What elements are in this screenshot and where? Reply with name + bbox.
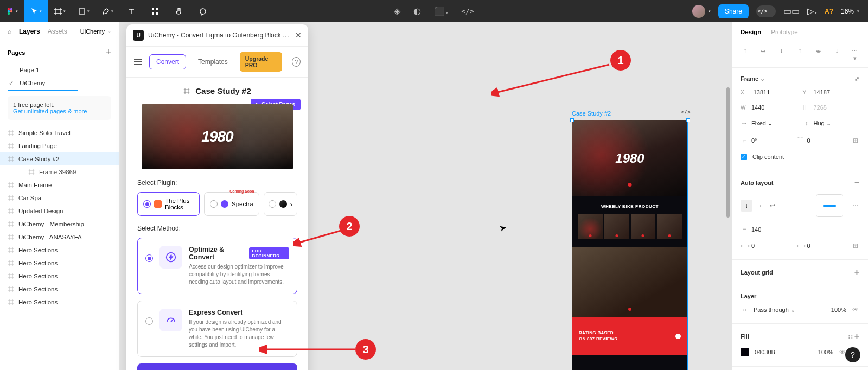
- share-button[interactable]: Share: [718, 4, 749, 18]
- user-avatar[interactable]: ▾: [692, 5, 711, 18]
- pen-tool-button[interactable]: ▾: [95, 0, 119, 22]
- method-optimize-convert[interactable]: Optimize & ConvertFOR BEGINNERS Access o…: [137, 238, 297, 294]
- frame-label[interactable]: Case Study #2: [572, 110, 611, 117]
- plugin-option-plus-blocks[interactable]: The Plus Blocks: [137, 192, 200, 216]
- radius-input[interactable]: [807, 137, 840, 144]
- layer-item[interactable]: Landing Page: [0, 139, 119, 152]
- h-input[interactable]: [814, 104, 846, 111]
- upgrade-link[interactable]: Get unlimited pages & more: [13, 108, 87, 114]
- shape-tool-button[interactable]: ▾: [72, 0, 95, 22]
- gap-input[interactable]: [751, 226, 784, 233]
- layer-item[interactable]: Hero Sections: [0, 270, 119, 283]
- v-resize-dropdown[interactable]: Hug ⌄: [814, 120, 831, 127]
- library-icon[interactable]: ▭▭: [783, 6, 800, 16]
- select-plugin-label: Select Plugin:: [126, 179, 308, 192]
- layer-item[interactable]: Car Spa: [0, 192, 119, 205]
- w-input[interactable]: [751, 104, 784, 111]
- product-title: WHEELY BIKE PRODUCT: [572, 196, 687, 214]
- x-input[interactable]: [751, 89, 784, 95]
- clip-content-checkbox[interactable]: ✓: [741, 154, 747, 160]
- hero-year-text: 1980: [615, 151, 644, 166]
- layer-item[interactable]: Case Study #2: [0, 152, 119, 165]
- zoom-control[interactable]: 16%▾: [841, 8, 859, 15]
- canvas-scrollbar[interactable]: [726, 22, 730, 370]
- frame-tool-button[interactable]: ▾: [48, 0, 72, 22]
- auto-layout-more-button[interactable]: ⋯: [852, 202, 859, 209]
- y-input[interactable]: [814, 89, 846, 95]
- visibility-icon[interactable]: 👁: [852, 306, 859, 314]
- layer-item[interactable]: UiChemy - ANASAYFA: [0, 231, 119, 244]
- upgrade-pro-button[interactable]: Upgrade PRO: [240, 52, 283, 72]
- fill-swatch[interactable]: [741, 348, 749, 356]
- boolean-icon[interactable]: ⬛▾: [434, 6, 448, 16]
- plugin-option-spectra[interactable]: Coming Soon Spectra: [204, 192, 259, 216]
- h-resize-dropdown[interactable]: Fixed ⌄: [751, 120, 773, 127]
- layer-item[interactable]: Updated Design: [0, 205, 119, 218]
- svg-rect-9: [156, 12, 158, 15]
- selected-frame[interactable]: 1980 WHEELY BIKE PRODUCT RATING BASED ON…: [572, 120, 688, 370]
- pad-v-input[interactable]: [807, 243, 840, 249]
- annotation-arrow-2: [293, 228, 347, 247]
- rating-line-2: ON 897 REVIEWS: [579, 336, 617, 342]
- fill-hex[interactable]: 04030B: [755, 349, 775, 355]
- frame-type-dropdown[interactable]: Frame ⌄: [741, 75, 765, 82]
- templates-tab[interactable]: Templates: [192, 55, 234, 69]
- prototype-tab[interactable]: Prototype: [771, 29, 797, 35]
- figma-menu-button[interactable]: ▾: [0, 0, 24, 22]
- help-fab-button[interactable]: ?: [845, 347, 860, 362]
- page-item[interactable]: UiChemy: [0, 76, 119, 90]
- component-icon[interactable]: ◈: [394, 6, 400, 16]
- layer-item[interactable]: Hero Sections: [0, 244, 119, 257]
- file-name-dropdown[interactable]: UiChemy⌄: [80, 28, 111, 35]
- resize-to-fit-icon[interactable]: ⤢: [854, 75, 859, 82]
- mask-icon[interactable]: ◐: [413, 6, 421, 16]
- pad-h-input[interactable]: [751, 243, 784, 249]
- layer-item[interactable]: Hero Sections: [0, 257, 119, 270]
- layers-tab[interactable]: Layers: [19, 28, 40, 35]
- clip-content-label: Clip content: [752, 154, 784, 160]
- add-page-button[interactable]: +: [105, 47, 111, 58]
- padding-per-side-icon[interactable]: ⊞: [852, 242, 859, 250]
- layer-item[interactable]: Hero Sections: [0, 296, 119, 309]
- missing-fonts-icon[interactable]: A?: [825, 8, 833, 15]
- svg-rect-5: [79, 9, 85, 14]
- devmode-icon[interactable]: </>: [461, 7, 474, 15]
- layer-item[interactable]: Main Frame: [0, 178, 119, 192]
- auto-layout-alignment[interactable]: [816, 194, 843, 217]
- fill-opacity[interactable]: 100%: [818, 349, 833, 355]
- add-layout-grid-button[interactable]: +: [854, 267, 859, 277]
- page-item[interactable]: Page 1: [0, 63, 119, 76]
- plugin-option-more[interactable]: ›: [264, 192, 297, 216]
- plugin-menu-button[interactable]: [134, 59, 142, 65]
- rotation-input[interactable]: [751, 137, 784, 144]
- comment-tool-button[interactable]: [191, 0, 215, 22]
- layout-grid-label: Layout grid: [741, 269, 773, 276]
- add-fill-button[interactable]: +: [854, 331, 859, 341]
- plugin-close-button[interactable]: ✕: [295, 31, 302, 40]
- layer-item[interactable]: UiChemy - Membership: [0, 218, 119, 231]
- layer-opacity-input[interactable]: 100%: [831, 307, 846, 313]
- layer-item[interactable]: Simple Solo Travel: [0, 126, 119, 139]
- assets-tab[interactable]: Assets: [48, 28, 67, 35]
- plugin-help-button[interactable]: ?: [292, 57, 301, 67]
- independent-corners-icon[interactable]: ⊞: [852, 137, 859, 144]
- hand-tool-button[interactable]: [167, 0, 191, 22]
- alignment-controls[interactable]: ⤒⇹⤓⤒⇹⤓⋯▾: [732, 42, 868, 68]
- dev-mode-toggle[interactable]: </>: [756, 5, 776, 17]
- remove-auto-layout-button[interactable]: −: [854, 178, 859, 188]
- annotation-2: 2: [339, 216, 360, 237]
- fill-styles-button[interactable]: ∷: [848, 333, 853, 341]
- move-tool-button[interactable]: ▾: [24, 0, 48, 22]
- design-tab[interactable]: Design: [741, 29, 761, 35]
- optimize-convert-button[interactable]: Optimize & Convert: [137, 363, 297, 370]
- resources-tool-button[interactable]: [143, 0, 167, 22]
- text-tool-button[interactable]: [119, 0, 143, 22]
- present-button[interactable]: ▷▾: [807, 6, 817, 16]
- blend-mode-dropdown[interactable]: Pass through ⌄: [754, 307, 795, 314]
- layer-item[interactable]: Frame 39869: [0, 165, 119, 178]
- layer-item[interactable]: Hero Sections: [0, 283, 119, 296]
- convert-tab[interactable]: Convert: [149, 54, 186, 69]
- dev-ready-icon[interactable]: </>: [681, 109, 691, 115]
- auto-layout-direction[interactable]: ↓→↩: [741, 200, 778, 212]
- search-icon[interactable]: ⌕: [8, 28, 11, 35]
